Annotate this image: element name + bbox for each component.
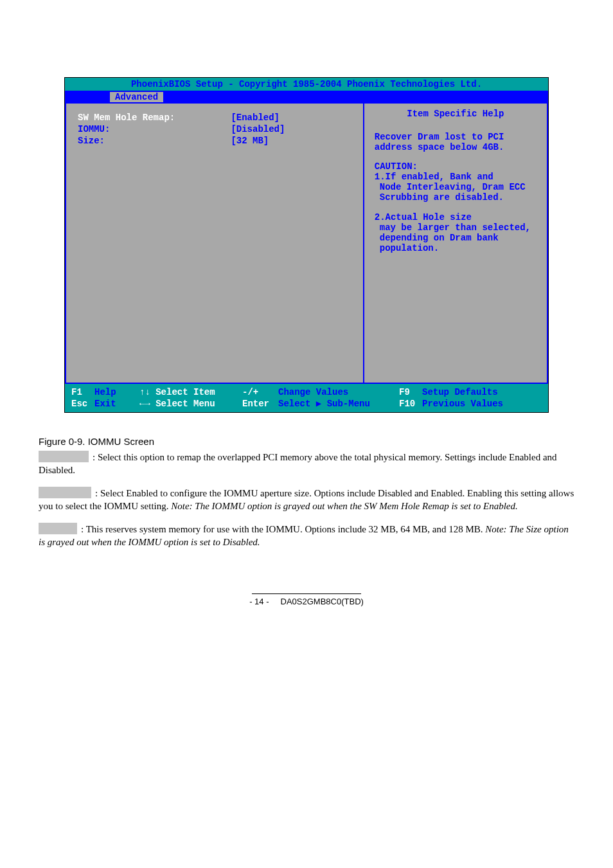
bios-help-caution: CAUTION: 1.If enabled, Bank and Node Int… xyxy=(375,161,537,203)
bios-help-caution2: 2.Actual Hole size may be larger than se… xyxy=(375,212,537,253)
bios-item-iommu: IOMMU: [Disabled] xyxy=(78,124,351,134)
bios-item-value: [32 MB] xyxy=(231,136,269,146)
bios-title: PhoenixBIOS Setup - Copyright 1985-2004 … xyxy=(65,78,548,91)
bios-help-title: Item Specific Help xyxy=(375,109,537,119)
bios-footer: F1 Help ↑↓ Select Item -/+ Change Values… xyxy=(65,384,548,412)
bios-item-value: [Enabled] xyxy=(231,113,280,123)
bios-footer-row2: Esc Exit ←→ Select Menu Enter Select ▶ S… xyxy=(71,398,542,410)
bios-item-label: Size: xyxy=(78,136,231,146)
bios-help-text: Recover Dram lost to PCI address space b… xyxy=(375,132,537,152)
bios-tab-advanced: Advanced xyxy=(110,92,163,102)
bios-screenshot: PhoenixBIOS Setup - Copyright 1985-2004 … xyxy=(64,77,549,413)
bios-item-sw-mem-hole: SW Mem Hole Remap: [Enabled] xyxy=(78,113,351,123)
page-footer: - 14 - DA0S2GMB8C0(TBD) xyxy=(32,593,581,626)
bios-item-size: Size: [32 MB] xyxy=(78,136,351,146)
doc-id: DA0S2GMB8C0(TBD) xyxy=(281,597,364,606)
bios-help-pane: Item Specific Help Recover Dram lost to … xyxy=(364,104,547,383)
paragraph-size: : This reserves system memory for use wi… xyxy=(39,523,574,548)
paragraph-sw-mem-hole: : Select this option to remap the overla… xyxy=(39,451,574,476)
bios-item-value: [Disabled] xyxy=(231,124,285,134)
bios-item-label: IOMMU: xyxy=(78,124,231,134)
figure-caption: Figure 0-9. IOMMU Screen xyxy=(39,436,574,447)
bios-body: SW Mem Hole Remap: [Enabled] IOMMU: [Dis… xyxy=(65,104,548,384)
footer-divider xyxy=(252,593,361,594)
bios-settings-pane: SW Mem Hole Remap: [Enabled] IOMMU: [Dis… xyxy=(66,104,364,383)
bios-menubar: Advanced xyxy=(65,91,548,104)
redacted-label xyxy=(39,487,91,498)
document-body: Figure 0-9. IOMMU Screen : Select this o… xyxy=(32,436,581,548)
page-number: - 14 - xyxy=(249,597,269,606)
redacted-label xyxy=(39,523,77,534)
bios-footer-row1: F1 Help ↑↓ Select Item -/+ Change Values… xyxy=(71,386,542,398)
bios-item-label: SW Mem Hole Remap: xyxy=(78,113,231,123)
paragraph-iommu: : Select Enabled to configure the IOMMU … xyxy=(39,487,574,512)
redacted-label xyxy=(39,451,89,462)
note-text: Note: The IOMMU option is grayed out whe… xyxy=(171,501,518,511)
